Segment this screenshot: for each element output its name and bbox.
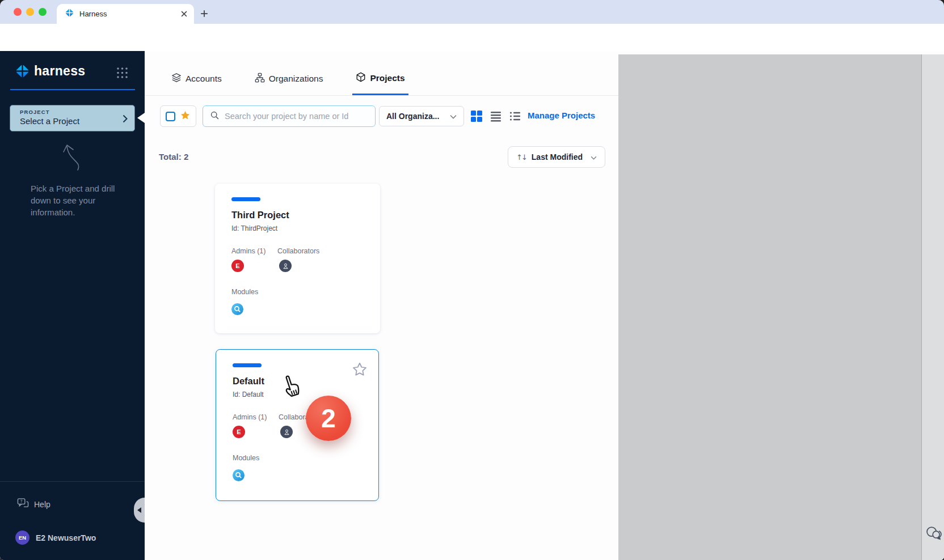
project-id: Id: Default bbox=[233, 391, 264, 398]
accounts-layers-icon bbox=[171, 73, 182, 85]
tab-projects-label: Projects bbox=[370, 73, 404, 83]
project-card-third-project[interactable]: Third Project Id: ThirdProject Admins (1… bbox=[215, 184, 380, 333]
macos-close-button[interactable] bbox=[14, 8, 22, 16]
project-id: Id: ThirdProject bbox=[231, 224, 277, 232]
admin-avatar[interactable]: E bbox=[231, 260, 244, 272]
favorites-filter-group bbox=[160, 105, 196, 127]
harness-app: harness PROJECT Select a Project bbox=[0, 51, 944, 560]
chevron-down-icon bbox=[591, 152, 597, 162]
main-content: Accounts Organizations bbox=[145, 51, 618, 560]
detail-list-view-icon[interactable] bbox=[509, 111, 521, 122]
admin-avatar[interactable]: E bbox=[233, 426, 245, 438]
browser-tab[interactable]: Harness bbox=[57, 4, 194, 24]
admins-label: Admins (1) bbox=[231, 247, 266, 255]
project-card-default[interactable]: Default Id: Default Admins (1) Collabora… bbox=[216, 349, 379, 501]
tab-close-icon[interactable] bbox=[179, 10, 188, 19]
right-scroll-strip[interactable] bbox=[921, 54, 944, 560]
empty-gray-panel bbox=[618, 54, 921, 560]
selector-pointer-notch bbox=[137, 113, 145, 123]
help-button[interactable]: ? Help bbox=[17, 498, 50, 511]
chevron-down-icon bbox=[450, 111, 457, 121]
project-selector-label: PROJECT bbox=[20, 109, 128, 115]
user-menu[interactable]: EN E2 NewuserTwo bbox=[15, 531, 96, 545]
organization-filter-dropdown[interactable]: All Organiza... bbox=[379, 106, 464, 126]
chaos-module-icon[interactable] bbox=[231, 303, 243, 315]
logo-text: harness bbox=[34, 63, 85, 79]
browser-window: Harness app.harness.io/ng/account/YWdkwN bbox=[0, 0, 944, 560]
collaborators-label: Collaborators bbox=[277, 247, 319, 255]
project-selector-value: Select a Project bbox=[20, 116, 128, 126]
search-input[interactable] bbox=[225, 112, 368, 121]
macos-minimize-button[interactable] bbox=[26, 8, 34, 16]
star-filled-icon[interactable] bbox=[180, 110, 191, 123]
hand-cursor-icon bbox=[280, 374, 303, 401]
project-selector[interactable]: PROJECT Select a Project bbox=[10, 105, 135, 131]
scope-tabs: Accounts Organizations bbox=[145, 62, 408, 95]
user-avatar: EN bbox=[15, 531, 30, 545]
tabs-divider bbox=[145, 95, 618, 96]
tab-accounts-label: Accounts bbox=[186, 74, 222, 84]
favorites-checkbox[interactable] bbox=[166, 112, 175, 121]
tab-organizations[interactable]: Organizations bbox=[251, 62, 327, 95]
chevron-right-icon bbox=[123, 114, 128, 125]
collaborator-invite-avatar[interactable] bbox=[279, 260, 292, 272]
sidebar: harness PROJECT Select a Project bbox=[0, 51, 145, 560]
projects-cube-icon bbox=[356, 72, 366, 84]
total-count-label: Total: 2 bbox=[159, 152, 188, 162]
svg-text:?: ? bbox=[20, 499, 23, 504]
sort-arrows-icon: ↑↓ bbox=[516, 153, 526, 162]
feedback-chat-icon[interactable] bbox=[925, 525, 942, 542]
admins-label: Admins (1) bbox=[233, 413, 267, 421]
org-chart-icon bbox=[255, 73, 265, 85]
collapse-arrow-icon bbox=[137, 507, 141, 513]
new-tab-button[interactable] bbox=[198, 7, 210, 20]
sidebar-hint-text: Pick a Project and drill down to see you… bbox=[31, 183, 121, 218]
organization-filter-value: All Organiza... bbox=[386, 112, 450, 121]
browser-toolbar: app.harness.io/ng/account/YWdkwNPiTceDUK… bbox=[0, 24, 944, 51]
help-chat-icon: ? bbox=[17, 498, 29, 511]
macos-zoom-button[interactable] bbox=[39, 8, 47, 16]
user-name: E2 NewuserTwo bbox=[36, 533, 96, 542]
tab-organizations-label: Organizations bbox=[269, 74, 323, 84]
help-label: Help bbox=[34, 500, 50, 509]
sidebar-collapse-button[interactable] bbox=[134, 498, 145, 523]
sort-value: Last Modified bbox=[532, 152, 585, 162]
project-title: Third Project bbox=[231, 210, 289, 220]
manage-projects-link[interactable]: Manage Projects bbox=[528, 111, 595, 120]
project-color-bar bbox=[233, 363, 262, 367]
sidebar-divider bbox=[0, 481, 145, 482]
filter-bar: All Organiza... Manage Projects bbox=[145, 105, 618, 127]
tab-strip: Harness bbox=[0, 0, 944, 24]
project-title: Default bbox=[233, 376, 264, 387]
sort-dropdown[interactable]: ↑↓ Last Modified bbox=[508, 146, 605, 168]
harness-logo[interactable]: harness bbox=[15, 63, 85, 79]
sidebar-accent-rule bbox=[10, 89, 135, 90]
collaborator-invite-avatar[interactable] bbox=[280, 426, 293, 438]
grid-view-icon[interactable] bbox=[471, 111, 482, 122]
search-icon bbox=[210, 111, 220, 122]
project-color-bar bbox=[231, 197, 260, 201]
modules-label: Modules bbox=[233, 454, 259, 462]
tab-projects[interactable]: Projects bbox=[352, 62, 408, 95]
app-grid-icon[interactable] bbox=[116, 67, 128, 79]
chaos-module-icon[interactable] bbox=[233, 469, 245, 481]
list-view-icon[interactable] bbox=[490, 111, 502, 122]
star-outline-icon[interactable] bbox=[351, 361, 368, 378]
annotation-step-badge: 2 bbox=[306, 396, 351, 441]
sketch-arrow-icon bbox=[54, 137, 86, 175]
tab-accounts[interactable]: Accounts bbox=[168, 62, 225, 95]
favicon-harness-icon bbox=[65, 8, 74, 20]
project-search[interactable] bbox=[203, 105, 376, 127]
tab-title: Harness bbox=[79, 10, 179, 18]
modules-label: Modules bbox=[231, 288, 258, 296]
